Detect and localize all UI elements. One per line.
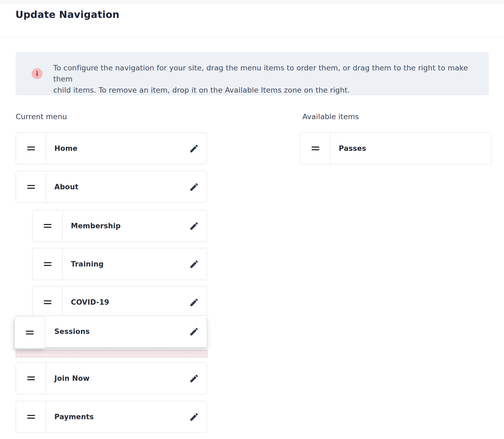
drag-handle-icon <box>27 185 35 189</box>
drag-handle[interactable] <box>15 317 45 349</box>
menu-item-label: COVID-19 <box>71 298 109 306</box>
edit-pencil-icon[interactable] <box>189 373 199 383</box>
menu-item-label: Training <box>71 260 104 268</box>
edit-pencil-icon[interactable] <box>189 144 199 154</box>
info-icon-glyph: i <box>36 70 38 77</box>
menu-item-label: Join Now <box>54 374 90 382</box>
edit-pencil-icon[interactable] <box>189 297 199 307</box>
drag-handle[interactable] <box>16 363 46 394</box>
alert-text-line: To configure the navigation for your sit… <box>53 62 489 84</box>
menu-item-body: Home <box>46 133 207 164</box>
drag-handle-icon <box>312 147 319 150</box>
drag-handle-icon <box>44 262 51 266</box>
menu-item-label: Payments <box>54 413 94 421</box>
menu-item-label: Passes <box>339 144 366 152</box>
alert-text: To configure the navigation for your sit… <box>53 62 489 96</box>
menu-item-body: Sessions <box>46 316 207 347</box>
info-alert: i To configure the navigation for your s… <box>15 52 489 95</box>
available-items-label: Available items <box>302 112 359 121</box>
current-menu-label: Current menu <box>16 112 67 121</box>
drop-placeholder[interactable] <box>16 350 207 357</box>
available-item-passes[interactable]: Passes <box>300 132 491 164</box>
menu-item-label: Membership <box>71 222 121 230</box>
menu-item-body: Passes <box>331 133 491 164</box>
menu-item-body: Payments <box>46 401 207 433</box>
menu-item-training[interactable]: Training <box>32 248 207 280</box>
edit-pencil-icon[interactable] <box>189 327 199 337</box>
drag-handle-icon <box>26 331 34 334</box>
drag-handle[interactable] <box>16 171 46 203</box>
menu-item-body: COVID-19 <box>63 287 207 318</box>
drag-handle[interactable] <box>32 248 63 280</box>
drag-handle[interactable] <box>16 133 46 164</box>
edit-pencil-icon[interactable] <box>189 182 199 192</box>
menu-item-body: Training <box>63 248 207 280</box>
drag-handle-icon <box>27 415 35 419</box>
edit-pencil-icon[interactable] <box>189 412 199 422</box>
top-strip <box>0 0 504 4</box>
drag-handle[interactable] <box>16 401 46 433</box>
menu-item-about[interactable]: About <box>16 171 207 203</box>
menu-item-label: About <box>54 183 78 191</box>
drag-handle-icon <box>44 224 51 228</box>
edit-pencil-icon[interactable] <box>189 221 199 231</box>
page-title: Update Navigation <box>15 9 120 20</box>
menu-item-covid-19[interactable]: COVID-19 <box>32 286 207 318</box>
drag-handle[interactable] <box>300 133 331 164</box>
menu-item-body: About <box>46 171 207 203</box>
drag-handle-icon <box>27 376 35 380</box>
menu-item-home[interactable]: Home <box>16 132 207 164</box>
drag-handle-icon <box>27 147 35 150</box>
menu-item-body: Membership <box>63 210 207 242</box>
info-icon: i <box>32 68 42 79</box>
edit-pencil-icon[interactable] <box>189 259 199 269</box>
alert-text-line: child items. To remove an item, drop it … <box>53 84 489 96</box>
menu-item-payments[interactable]: Payments <box>16 401 207 433</box>
page-header <box>0 4 504 37</box>
menu-item-body: Join Now <box>46 363 207 394</box>
menu-item-membership[interactable]: Membership <box>32 210 207 242</box>
menu-item-label: Sessions <box>54 327 90 336</box>
drag-handle[interactable] <box>32 287 63 318</box>
menu-item-label: Home <box>54 144 78 152</box>
drag-handle-icon <box>44 300 51 304</box>
menu-item-join-now[interactable]: Join Now <box>16 362 207 394</box>
drag-handle[interactable] <box>32 210 63 242</box>
menu-item-sessions-dragging[interactable]: Sessions <box>16 316 207 347</box>
update-navigation-page: Update Navigation i To configure the nav… <box>0 0 504 439</box>
